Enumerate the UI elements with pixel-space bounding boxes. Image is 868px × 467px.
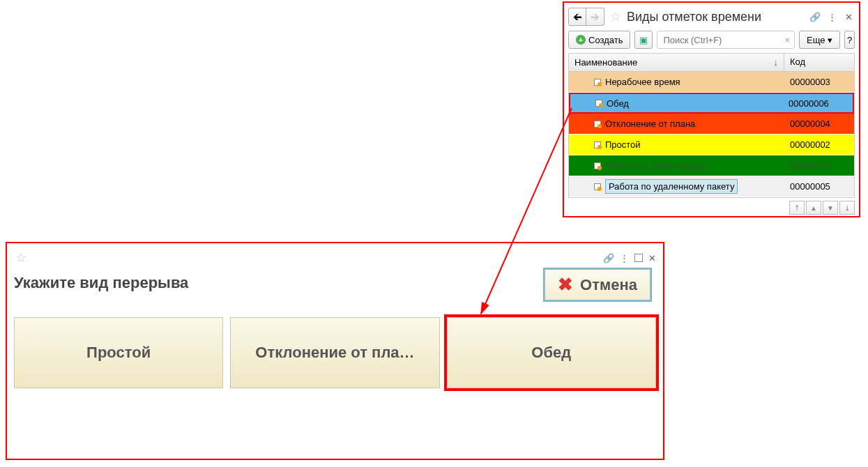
favorite-star-icon[interactable]: ☆ bbox=[14, 251, 28, 265]
time-mark-types-window: 🡨 🡪 ☆ Виды отметок времени 🔗 ⋮ ✕ + Созда… bbox=[563, 1, 860, 217]
window-title: Виды отметок времени bbox=[627, 10, 761, 24]
nav-first-icon[interactable]: ⤒ bbox=[789, 201, 805, 215]
cell-name-text: Простой bbox=[605, 139, 641, 150]
create-button-label: Создать bbox=[588, 35, 623, 45]
column-header-code-label: Код bbox=[790, 56, 805, 67]
cancel-button-label: Отмена bbox=[580, 276, 637, 294]
cell-name-text: Обед bbox=[607, 98, 629, 109]
grid-header: Наименование ↓ Код bbox=[569, 54, 854, 72]
break-type-buttons-row: Простой Отклонение от пла… Обед bbox=[14, 317, 656, 388]
favorite-star-icon[interactable]: ☆ bbox=[609, 10, 623, 24]
toolbar: + Создать ▣ × Еще ? bbox=[568, 31, 855, 49]
table-row[interactable]: Нерабочее время 00000003 bbox=[569, 72, 854, 93]
cell-code: 00000004 bbox=[784, 118, 854, 129]
cell-name: Отклонение от плана bbox=[569, 118, 784, 129]
cell-name: Работа по удаленному пакету bbox=[569, 179, 784, 194]
column-header-name[interactable]: Наименование ↓ bbox=[569, 54, 784, 71]
cell-code: 00000002 bbox=[784, 139, 854, 150]
cell-name-text: Отклонение от плана bbox=[605, 118, 695, 129]
search-input[interactable] bbox=[662, 34, 782, 46]
row-icon bbox=[594, 121, 601, 128]
more-button[interactable]: Еще bbox=[799, 31, 840, 49]
more-button-label: Еще bbox=[807, 35, 825, 45]
search-clear-icon[interactable]: × bbox=[782, 35, 793, 45]
search-input-wrap: × bbox=[657, 31, 795, 49]
data-grid: Наименование ↓ Код Нерабочее время 00000… bbox=[568, 53, 855, 198]
break-type-button[interactable]: Простой bbox=[14, 317, 223, 388]
cell-name-text: Нерабочее время bbox=[605, 77, 680, 87]
menu-dots-icon[interactable]: ⋮ bbox=[620, 253, 629, 263]
nav-forward-button[interactable]: 🡪 bbox=[586, 8, 604, 26]
cancel-x-icon: ✖ bbox=[558, 274, 573, 296]
row-icon bbox=[594, 79, 601, 86]
window-header: 🡨 🡪 ☆ Виды отметок времени 🔗 ⋮ ✕ bbox=[568, 7, 855, 26]
sort-arrow-icon: ↓ bbox=[774, 57, 779, 68]
cell-name: Нерабочее время bbox=[569, 77, 784, 87]
cell-name: Простой bbox=[569, 139, 784, 150]
grid-body: Нерабочее время 00000003 Обед 00000006 О… bbox=[569, 72, 854, 197]
dialog-header: ☆ 🔗 ⋮ ✕ bbox=[14, 249, 656, 267]
row-icon bbox=[594, 183, 601, 190]
plus-icon: + bbox=[576, 35, 586, 45]
grid-nav: ⤒ ▲ ▼ ⤓ bbox=[568, 198, 855, 215]
break-type-button-label: Простой bbox=[86, 344, 151, 362]
cell-name-text: Работа по заказ-наряду bbox=[605, 160, 706, 171]
cell-name: Работа по заказ-наряду bbox=[569, 160, 784, 171]
cell-code: 00000003 bbox=[784, 77, 854, 87]
table-row[interactable]: Отклонение от плана 00000004 bbox=[569, 114, 854, 135]
break-type-button[interactable]: Отклонение от пла… bbox=[230, 317, 439, 388]
column-header-name-label: Наименование bbox=[574, 57, 637, 68]
close-icon[interactable]: ✕ bbox=[648, 253, 656, 263]
table-row-selected[interactable]: Обед 00000006 bbox=[569, 93, 854, 114]
nav-up-icon[interactable]: ▲ bbox=[806, 201, 821, 215]
folder-icon: ▣ bbox=[639, 35, 648, 45]
column-header-code[interactable]: Код bbox=[784, 54, 854, 71]
select-break-type-window: ☆ 🔗 ⋮ ✕ Укажите вид перерыва ✖ Отмена Пр… bbox=[6, 242, 664, 460]
table-row[interactable]: Простой 00000002 bbox=[569, 135, 854, 155]
row-icon bbox=[595, 100, 602, 107]
break-type-button-label: Обед bbox=[531, 344, 571, 362]
menu-dots-icon[interactable]: ⋮ bbox=[825, 12, 838, 22]
break-type-button-label: Отклонение от пла… bbox=[255, 344, 414, 362]
cell-name-text: Работа по удаленному пакету bbox=[605, 179, 738, 194]
close-icon[interactable]: ✕ bbox=[842, 12, 855, 22]
maximize-icon[interactable] bbox=[634, 254, 643, 262]
nav-back-button[interactable]: 🡨 bbox=[568, 8, 586, 26]
nav-down-icon[interactable]: ▼ bbox=[823, 201, 838, 215]
link-icon[interactable]: 🔗 bbox=[809, 12, 821, 22]
cell-code: 00000006 bbox=[783, 98, 853, 109]
row-icon bbox=[594, 162, 601, 169]
table-row[interactable]: Работа по заказ-наряду 00000001 bbox=[569, 155, 854, 176]
cell-code: 00000005 bbox=[784, 181, 854, 192]
cell-name: Обед bbox=[570, 98, 783, 109]
cancel-button[interactable]: ✖ Отмена bbox=[543, 268, 652, 302]
table-row-active[interactable]: Работа по удаленному пакету 00000005 bbox=[569, 176, 854, 197]
cell-code: 00000001 bbox=[784, 160, 854, 171]
help-button[interactable]: ? bbox=[844, 31, 855, 49]
break-type-button-lunch[interactable]: Обед bbox=[447, 317, 656, 388]
nav-last-icon[interactable]: ⤓ bbox=[839, 201, 855, 215]
row-icon bbox=[594, 141, 601, 148]
group-button[interactable]: ▣ bbox=[634, 31, 653, 49]
nav-group: 🡨 🡪 bbox=[568, 8, 604, 26]
link-icon[interactable]: 🔗 bbox=[603, 253, 614, 263]
create-button[interactable]: + Создать bbox=[568, 31, 630, 49]
